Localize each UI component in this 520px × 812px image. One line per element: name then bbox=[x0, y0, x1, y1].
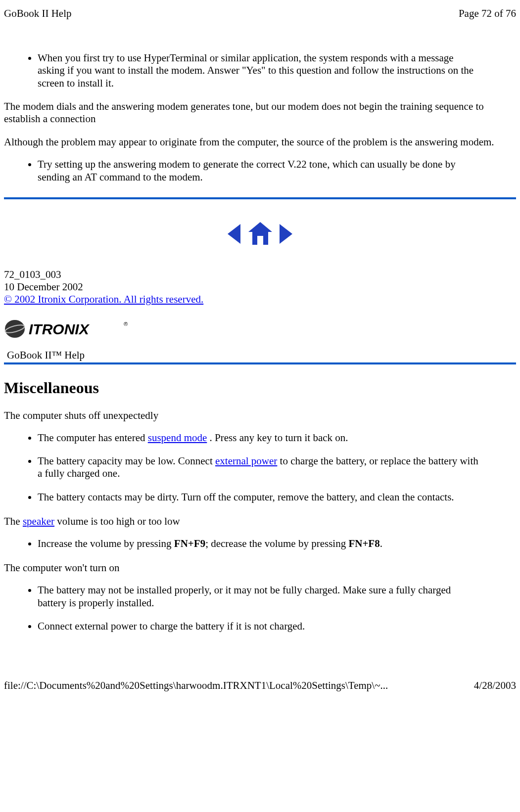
suspend-mode-link[interactable]: suspend mode bbox=[148, 432, 207, 444]
nav-icons bbox=[4, 221, 516, 247]
list-item: Connect external power to charge the bat… bbox=[38, 620, 516, 632]
document-id: 72_0103_003 bbox=[4, 269, 516, 281]
help-label: GoBook II™ Help bbox=[7, 349, 516, 361]
page-indicator: Page 72 of 76 bbox=[459, 7, 516, 20]
keyboard-shortcut: FN+F8 bbox=[348, 538, 379, 549]
list-item: The computer has entered suspend mode . … bbox=[38, 432, 516, 444]
brand-logo: ITRONIX ® bbox=[4, 316, 516, 341]
brand-divider bbox=[4, 362, 516, 364]
svg-rect-2 bbox=[257, 236, 263, 245]
paragraph: The speaker volume is too high or too lo… bbox=[4, 515, 516, 528]
bullet-list-misc-3: The battery may not be installed properl… bbox=[38, 584, 516, 632]
paragraph: The computer won't turn on bbox=[4, 562, 516, 574]
copyright-link[interactable]: © 2002 Itronix Corporation. All rights r… bbox=[4, 293, 203, 305]
text: . Press any key to turn it back on. bbox=[207, 432, 348, 444]
svg-text:®: ® bbox=[124, 321, 128, 327]
text: . bbox=[380, 538, 382, 549]
keyboard-shortcut: FN+F9 bbox=[174, 538, 205, 549]
paragraph: The modem dials and the answering modem … bbox=[4, 100, 516, 125]
text: The computer has entered bbox=[38, 432, 148, 444]
external-power-link[interactable]: external power bbox=[215, 455, 277, 467]
bullet-list-misc-1: The computer has entered suspend mode . … bbox=[38, 432, 516, 503]
section-heading-miscellaneous: Miscellaneous bbox=[4, 378, 516, 397]
page-footer: file://C:\Documents%20and%20Settings\har… bbox=[0, 672, 520, 699]
itronix-logo-icon: ITRONIX ® bbox=[4, 316, 133, 341]
nav-home-icon[interactable] bbox=[245, 227, 278, 239]
svg-marker-3 bbox=[280, 224, 292, 244]
footer-path: file://C:\Documents%20and%20Settings\har… bbox=[4, 679, 388, 692]
nav-prev-icon[interactable] bbox=[226, 227, 245, 239]
text: The battery capacity may be low. Connect bbox=[38, 455, 215, 467]
speaker-link[interactable]: speaker bbox=[23, 515, 54, 527]
section-divider bbox=[4, 197, 516, 199]
nav-next-icon[interactable] bbox=[278, 227, 294, 239]
list-item: The battery may not be installed properl… bbox=[38, 584, 516, 609]
document-date: 10 December 2002 bbox=[4, 281, 516, 293]
paragraph: Although the problem may appear to origi… bbox=[4, 136, 516, 148]
header-title: GoBook II Help bbox=[4, 7, 71, 20]
list-item: The battery contacts may be dirty. Turn … bbox=[38, 491, 516, 503]
text: The bbox=[4, 515, 23, 527]
bullet-list-2: Try setting up the answering modem to ge… bbox=[38, 158, 516, 183]
bullet-list-misc-2: Increase the volume by pressing FN+F9; d… bbox=[38, 538, 516, 550]
text: ; decrease the volume by pressing bbox=[205, 538, 348, 549]
text: volume is too high or too low bbox=[54, 515, 180, 527]
page-header: GoBook II Help Page 72 of 76 bbox=[0, 0, 520, 22]
list-item: Increase the volume by pressing FN+F9; d… bbox=[38, 538, 516, 550]
svg-text:ITRONIX: ITRONIX bbox=[29, 321, 90, 337]
svg-marker-0 bbox=[228, 224, 240, 244]
bullet-list-1: When you first try to use HyperTerminal … bbox=[38, 52, 516, 90]
footer-date: 4/28/2003 bbox=[474, 679, 516, 692]
content-body: When you first try to use HyperTerminal … bbox=[0, 52, 520, 632]
list-item: The battery capacity may be low. Connect… bbox=[38, 455, 516, 480]
list-item: When you first try to use HyperTerminal … bbox=[38, 52, 516, 90]
list-item: Try setting up the answering modem to ge… bbox=[38, 158, 516, 183]
text: Increase the volume by pressing bbox=[38, 538, 174, 549]
paragraph: The computer shuts off unexpectedly bbox=[4, 409, 516, 422]
